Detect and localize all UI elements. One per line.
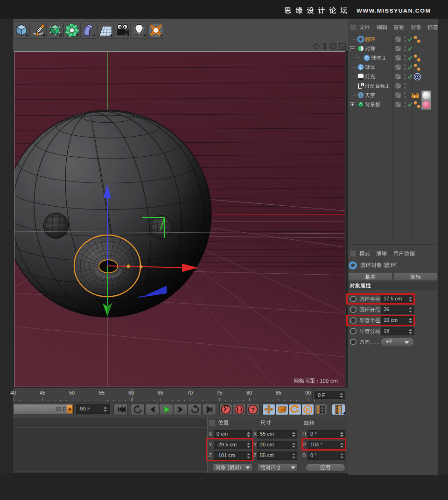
svg-text:P: P — [306, 407, 309, 413]
svg-text:?: ? — [251, 406, 255, 413]
svg-text:0: 0 — [362, 83, 364, 86]
